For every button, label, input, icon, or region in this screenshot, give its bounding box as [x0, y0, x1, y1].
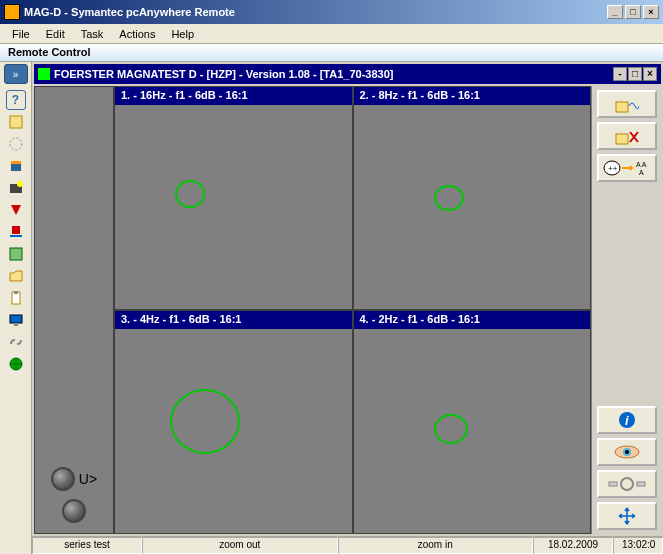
svg-rect-13 [616, 102, 628, 112]
menubar: File Edit Task Actions Help [0, 24, 663, 44]
tool-icon-7[interactable] [6, 244, 26, 264]
svg-rect-24 [609, 482, 617, 486]
waveform-open-button[interactable] [597, 90, 657, 118]
tool-icon-5[interactable] [6, 200, 26, 220]
help-icon[interactable]: ? [6, 90, 26, 110]
tool-icon-3[interactable] [6, 156, 26, 176]
cell-1: 1. - 16Hz - f1 - 6dB - 16:1 [114, 86, 353, 310]
svg-text:++: ++ [608, 164, 618, 173]
svg-rect-3 [11, 161, 21, 164]
svg-text:A: A [639, 169, 644, 176]
menu-file[interactable]: File [4, 26, 38, 42]
cell-1-body[interactable] [115, 105, 352, 309]
cell-3-body[interactable] [115, 329, 352, 533]
cell-2-body[interactable] [354, 105, 591, 309]
zoom-button[interactable] [597, 470, 657, 498]
statusbar: series test zoom out zoom in 18.02.2009 … [32, 536, 663, 554]
voltage-label: U> [79, 471, 97, 487]
status-time: 13:02:0 [613, 537, 663, 554]
signal-grid: 1. - 16Hz - f1 - 6dB - 16:1 2. - 8Hz - f… [114, 86, 591, 534]
svg-rect-26 [637, 482, 645, 486]
status-date: 18.02.2009 [533, 537, 613, 554]
cell-4-body[interactable] [354, 329, 591, 533]
clipboard-icon[interactable] [6, 288, 26, 308]
waveform-delete-button[interactable] [597, 122, 657, 150]
link-icon[interactable] [6, 332, 26, 352]
svg-point-23 [625, 450, 629, 454]
status-led [62, 499, 86, 523]
svg-point-25 [621, 478, 633, 490]
eye-view-button[interactable] [597, 438, 657, 466]
cell-2: 2. - 8Hz - f1 - 6dB - 16:1 [353, 86, 592, 310]
status-zoom-out[interactable]: zoom out [142, 537, 338, 554]
close-button[interactable]: × [643, 5, 659, 19]
svg-rect-0 [10, 116, 22, 128]
right-toolbar: ++A AA i [591, 86, 661, 534]
svg-rect-11 [14, 323, 18, 326]
monitor-icon[interactable] [6, 310, 26, 330]
signal-circle-3 [170, 389, 240, 454]
signal-circle-4 [434, 414, 468, 444]
signal-circle-1 [175, 180, 205, 208]
window-titlebar: MAG-D - Symantec pcAnywhere Remote _ □ × [0, 0, 663, 24]
svg-rect-6 [10, 248, 22, 260]
inner-maximize-button[interactable]: □ [628, 67, 642, 81]
menu-task[interactable]: Task [73, 26, 112, 42]
inner-app-icon [38, 68, 50, 80]
menu-edit[interactable]: Edit [38, 26, 73, 42]
app-icon [4, 4, 20, 20]
cell-2-header: 2. - 8Hz - f1 - 6dB - 16:1 [354, 87, 591, 105]
toggle-panel-button[interactable]: » [4, 64, 28, 84]
cell-3: 3. - 4Hz - f1 - 6dB - 16:1 [114, 310, 353, 534]
pan-button[interactable] [597, 502, 657, 530]
tool-icon-6[interactable] [6, 222, 26, 242]
tool-icon-1[interactable] [6, 112, 26, 132]
tool-icon-2[interactable] [6, 134, 26, 154]
svg-rect-2 [11, 163, 21, 171]
folder-icon[interactable] [6, 266, 26, 286]
svg-point-1 [10, 138, 22, 150]
inner-window-title: FOERSTER MAGNATEST D - [HZP] - Version 1… [54, 68, 393, 80]
indicator-panel: U> [34, 86, 114, 534]
status-series: series test [32, 537, 142, 554]
window-title: MAG-D - Symantec pcAnywhere Remote [24, 6, 235, 18]
maximize-button[interactable]: □ [625, 5, 641, 19]
menu-actions[interactable]: Actions [111, 26, 163, 42]
cell-4: 4. - 2Hz - f1 - 6dB - 16:1 [353, 310, 592, 534]
minimize-button[interactable]: _ [607, 5, 623, 19]
inner-minimize-button[interactable]: - [613, 67, 627, 81]
svg-point-5 [17, 181, 23, 187]
svg-rect-9 [14, 291, 18, 294]
svg-text:i: i [625, 413, 629, 428]
status-zoom-in[interactable]: zoom in [338, 537, 534, 554]
voltage-led [51, 467, 75, 491]
left-toolbar: » ? [0, 62, 32, 554]
cell-3-header: 3. - 4Hz - f1 - 6dB - 16:1 [115, 311, 352, 329]
inner-close-button[interactable]: × [643, 67, 657, 81]
tool-icon-4[interactable] [6, 178, 26, 198]
menu-help[interactable]: Help [163, 26, 202, 42]
svg-rect-10 [10, 315, 22, 323]
info-button[interactable]: i [597, 406, 657, 434]
remote-control-label: Remote Control [0, 44, 663, 62]
cell-1-header: 1. - 16Hz - f1 - 6dB - 16:1 [115, 87, 352, 105]
svg-rect-14 [616, 134, 628, 144]
globe-icon[interactable] [6, 354, 26, 374]
auto-scale-button[interactable]: ++A AA [597, 154, 657, 182]
inner-window-titlebar: FOERSTER MAGNATEST D - [HZP] - Version 1… [34, 64, 661, 84]
signal-circle-2 [434, 185, 464, 211]
cell-4-header: 4. - 2Hz - f1 - 6dB - 16:1 [354, 311, 591, 329]
svg-text:A A: A A [636, 161, 647, 168]
